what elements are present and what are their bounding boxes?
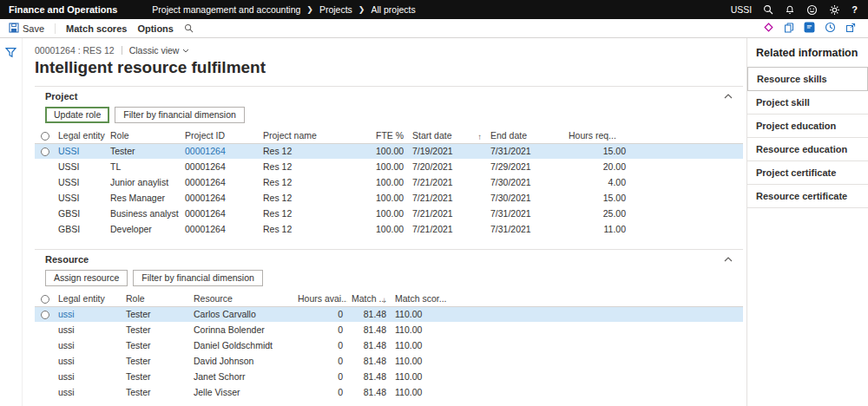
column-header[interactable]: Legal entity <box>54 291 122 306</box>
table-row[interactable]: GBSIDeveloper00001264Res 12100.007/21/20… <box>35 221 743 237</box>
collapse-chevron-icon[interactable] <box>724 94 733 99</box>
related-item-resource-certificate[interactable]: Resource certificate <box>747 185 868 208</box>
grid-cell: 7/31/2021 <box>486 206 564 221</box>
grid-header-row: Legal entity Role Project ID Project nam… <box>35 128 743 143</box>
column-header[interactable]: Hours req... <box>564 128 630 143</box>
grid-cell-filler <box>630 221 743 237</box>
grid-cell: TL <box>106 159 181 174</box>
grid-cell: 100.00 <box>372 143 408 159</box>
filter-funnel-icon[interactable] <box>5 46 16 406</box>
match-scores-button[interactable]: Match scores <box>66 23 127 34</box>
row-selector[interactable] <box>35 384 54 400</box>
table-row[interactable]: ussiTesterCarlos Carvallo081.48110.00 <box>35 306 743 322</box>
table-row[interactable]: USSIJunior anaylist00001264Res 12100.007… <box>35 174 743 190</box>
table-row[interactable]: ussiTesterDaniel Goldschmidt081.48110.00 <box>35 337 743 353</box>
related-panel: Related information Resource skills Proj… <box>746 38 868 406</box>
grid-cell: ussi <box>54 353 122 369</box>
related-item-project-certificate[interactable]: Project certificate <box>747 161 868 185</box>
related-item-resource-skills[interactable]: Resource skills <box>747 67 868 91</box>
grid-cell: GBSI <box>54 221 106 237</box>
column-header[interactable]: ↓ Match ... <box>347 291 391 306</box>
breadcrumb-item-all-projects[interactable]: All projects <box>371 4 415 15</box>
select-all-radio[interactable] <box>35 291 54 306</box>
grid-cell: Carlos Carvallo <box>189 306 293 322</box>
save-button[interactable]: Save <box>9 23 44 35</box>
table-row[interactable]: USSIRes Manager00001264Res 12100.007/21/… <box>35 190 743 206</box>
column-header[interactable]: Match scor... <box>391 291 448 306</box>
row-selector[interactable] <box>35 353 54 369</box>
table-row[interactable]: ussiTesterJanet Schorr081.48110.00 <box>35 369 743 384</box>
row-selector[interactable] <box>35 143 54 159</box>
project-filter-dimension-button[interactable]: Filter by financial dimension <box>115 107 245 123</box>
feedback-icon[interactable] <box>804 22 815 35</box>
grid-cell: 0 <box>293 337 347 353</box>
popout-icon[interactable] <box>845 23 856 35</box>
column-header[interactable]: Role <box>106 128 181 143</box>
assign-resource-button[interactable]: Assign resource <box>45 270 128 286</box>
history-clock-icon[interactable] <box>825 22 836 35</box>
collapse-chevron-icon[interactable] <box>724 257 733 262</box>
row-selector[interactable] <box>35 322 54 337</box>
related-item-resource-education[interactable]: Resource education <box>747 138 868 161</box>
breadcrumb-separator-icon: ❯ <box>358 5 365 14</box>
diamond-icon[interactable] <box>763 22 774 35</box>
grid-cell: USSI <box>54 174 106 190</box>
grid-cell-filler <box>448 384 743 400</box>
column-header[interactable]: ↑ Start date <box>408 128 486 143</box>
row-selector[interactable] <box>35 174 54 190</box>
table-row[interactable]: ussiTesterJelle Visser081.48110.00 <box>35 384 743 400</box>
grid-cell: Corinna Bolender <box>189 322 293 337</box>
resource-filter-dimension-button[interactable]: Filter by financial dimension <box>133 270 263 286</box>
column-header[interactable]: Role <box>122 291 189 306</box>
search-icon[interactable] <box>763 4 773 15</box>
row-selector[interactable] <box>35 337 54 353</box>
related-item-project-education[interactable]: Project education <box>747 115 868 138</box>
select-all-radio[interactable] <box>35 128 54 143</box>
table-row[interactable]: ussiTesterCorinna Bolender081.48110.00 <box>35 322 743 337</box>
grid-cell: 100.00 <box>372 206 408 221</box>
row-selector[interactable] <box>35 190 54 206</box>
grid-cell-filler <box>448 369 743 384</box>
table-row[interactable]: USSITester00001264Res 12100.007/19/20217… <box>35 143 743 159</box>
bell-icon[interactable] <box>785 4 795 15</box>
table-row[interactable]: GBSIBusiness analyst00001264Res 12100.00… <box>35 206 743 221</box>
sort-ascending-icon: ↑ <box>477 132 482 141</box>
grid-cell-filler <box>630 159 743 174</box>
breadcrumb-item-module[interactable]: Project management and accounting <box>152 4 300 15</box>
grid-cell: Janet Schorr <box>189 369 293 384</box>
column-header[interactable]: Legal entity <box>54 128 106 143</box>
grid-cell: Res 12 <box>259 143 372 159</box>
table-row[interactable]: ussiTesterDavid Johnson081.48110.00 <box>35 353 743 369</box>
column-header[interactable]: Resource <box>189 291 293 306</box>
grid-cell: 7/31/2021 <box>486 143 564 159</box>
page-search-icon[interactable] <box>184 23 194 33</box>
update-role-button[interactable]: Update role <box>45 107 109 123</box>
related-item-project-skill[interactable]: Project skill <box>747 91 868 115</box>
breadcrumb-item-projects[interactable]: Projects <box>319 4 352 15</box>
feedback-smiley-icon[interactable] <box>806 4 818 16</box>
row-selector[interactable] <box>35 206 54 221</box>
view-switcher[interactable]: Classic view <box>129 45 190 56</box>
column-header[interactable]: FTE % <box>372 128 408 143</box>
column-header[interactable]: Hours avai... <box>293 291 347 306</box>
breadcrumb: Project management and accounting ❯ Proj… <box>152 4 415 15</box>
help-icon[interactable]: ? <box>852 4 858 15</box>
row-selector[interactable] <box>35 369 54 384</box>
column-header[interactable]: End date <box>486 128 564 143</box>
column-header[interactable]: Project name <box>259 128 372 143</box>
grid-cell: 11.00 <box>564 221 630 237</box>
grid-cell: ussi <box>54 337 122 353</box>
grid-cell: Daniel Goldschmidt <box>189 337 293 353</box>
app-title[interactable]: Finance and Operations <box>0 4 126 15</box>
row-selector[interactable] <box>35 306 54 322</box>
company-picker[interactable]: USSI <box>731 4 753 15</box>
gear-icon[interactable] <box>829 4 840 16</box>
row-selector[interactable] <box>35 221 54 237</box>
row-selector[interactable] <box>35 159 54 174</box>
column-header[interactable]: Project ID <box>181 128 259 143</box>
table-row[interactable]: USSITL00001264Res 12100.007/20/20217/29/… <box>35 159 743 174</box>
grid-cell: ussi <box>54 369 122 384</box>
options-menu-button[interactable]: Options <box>137 23 174 34</box>
copy-page-icon[interactable] <box>784 23 794 35</box>
project-section: Project Update role Filter by financial … <box>35 86 743 237</box>
